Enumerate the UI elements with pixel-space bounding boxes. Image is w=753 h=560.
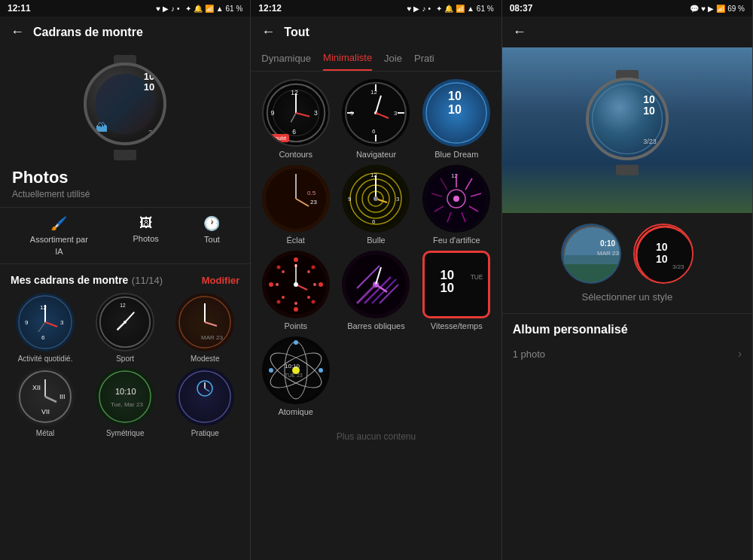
svg-point-26 xyxy=(179,371,230,422)
wf-feuartifice: 12 xyxy=(422,165,490,233)
status-bar-3: 08:37 💬 ♥ ▶ 📶 69 % xyxy=(502,0,752,17)
watch-item-modeste[interactable]: MAR 23 Modeste xyxy=(167,293,242,363)
faces-scroll[interactable]: 12 3 6 9 Ajouté Contours xyxy=(251,72,501,560)
music-icon: ♪ xyxy=(171,5,175,13)
wifi-icon-2: 📶 xyxy=(456,5,465,13)
svg-text:0:10: 0:10 xyxy=(600,239,615,248)
svg-text:9: 9 xyxy=(348,196,352,202)
svg-rect-129 xyxy=(564,263,621,284)
tab-prati[interactable]: Prati xyxy=(414,53,434,70)
style-option-1[interactable]: 0:10 MAR 23 xyxy=(561,224,621,284)
watch-item-pratique[interactable]: Pratique xyxy=(167,367,242,437)
wf-vitesse-card[interactable]: 10 10 TUE Vitesse/temps xyxy=(419,251,494,330)
album-row[interactable]: 1 photo › xyxy=(513,341,742,367)
svg-line-22 xyxy=(45,397,56,402)
battery-1: 61 % xyxy=(226,5,243,13)
svg-text:3/23: 3/23 xyxy=(672,263,684,270)
style-option-2[interactable]: 10 10 3/23 xyxy=(633,224,694,284)
qa-photos[interactable]: 🖼 Photos xyxy=(133,215,159,256)
sound-icon: 🔔 xyxy=(194,5,203,13)
svg-text:III: III xyxy=(59,393,66,400)
wf-navigateur-card[interactable]: 12 3 6 9 Navigateur xyxy=(339,79,413,159)
watch-item-activite[interactable]: 12 3 6 9 Activité quotidié. xyxy=(8,293,83,363)
svg-point-123 xyxy=(319,368,323,373)
bluetooth-icon: ✦ xyxy=(185,5,191,13)
thumb-symetrique: 10:10 Tue, Mar 23 xyxy=(96,367,154,426)
status-icons-1: ♥ ▶ ♪ • ✦ 🔔 📶 ▲ 61 % xyxy=(156,5,242,13)
wf-eclat-card[interactable]: 0.5 23 Éclat xyxy=(258,165,333,245)
watch-item-symetrique[interactable]: 10:10 Tue, Mar 23 Symétrique xyxy=(87,367,163,437)
svg-text:0.5: 0.5 xyxy=(307,190,316,196)
quick-actions: 🖌️ Assortiment par IA 🖼 Photos 🕐 Tout xyxy=(0,207,250,264)
modifier-button[interactable]: Modifier xyxy=(202,275,240,286)
label-pratique: Pratique xyxy=(191,429,219,437)
wf-navigateur: 12 3 6 9 xyxy=(342,79,410,147)
notif-icon-3: 💬 xyxy=(690,5,699,13)
tab-minimaliste[interactable]: Minimaliste xyxy=(323,52,372,71)
status-icons-3: 💬 ♥ ▶ 📶 69 % xyxy=(690,5,745,13)
status-bar-2: 12:12 ♥ ▶ ♪ • ✦ 🔔 📶 ▲ 61 % xyxy=(251,0,501,17)
svg-text:12: 12 xyxy=(370,89,377,96)
svg-text:10:10: 10:10 xyxy=(115,387,136,396)
svg-text:6: 6 xyxy=(372,218,376,225)
wf-atomique-card[interactable]: 10:10 TUE 23 Atomique xyxy=(258,336,333,416)
wf-name-atomique: Atomique xyxy=(278,407,312,416)
svg-point-88 xyxy=(311,300,315,304)
mes-cadrans-header: Mes cadrans de montre (11/14) Modifier xyxy=(0,264,250,293)
watch-item-metal[interactable]: XII III VII Métal xyxy=(8,367,83,437)
svg-text:12: 12 xyxy=(451,172,458,179)
tabs-row: Dynamique Minimaliste Joie Prati xyxy=(251,47,501,72)
tab-dynamique[interactable]: Dynamique xyxy=(261,53,311,70)
svg-line-29 xyxy=(205,388,209,391)
svg-line-38 xyxy=(291,113,296,122)
wf-name-contours: Contours xyxy=(279,150,312,159)
wf-bluedream-card[interactable]: 10 10 Blue Dream xyxy=(419,79,494,159)
svg-line-11 xyxy=(117,322,125,330)
back-button-2[interactable]: ← xyxy=(261,24,275,40)
album-title: Album personnalisé xyxy=(513,314,742,341)
svg-line-37 xyxy=(296,113,309,117)
wf-bulle-card[interactable]: 12 3 6 9 Bulle xyxy=(339,165,413,245)
status-time-2: 12:12 xyxy=(258,3,282,14)
svg-text:XII: XII xyxy=(32,384,41,391)
watch-item-sport[interactable]: 12 Sport xyxy=(87,293,163,363)
svg-text:6: 6 xyxy=(292,128,296,135)
wf-barres xyxy=(342,251,410,318)
photo-icon: 🏔 xyxy=(96,121,108,134)
wf-contours-card[interactable]: 12 3 6 9 Ajouté Contours xyxy=(258,79,333,159)
svg-text:3: 3 xyxy=(394,110,398,117)
faces-grid: 12 3 6 9 Ajouté Contours xyxy=(251,72,501,424)
svg-text:10: 10 xyxy=(441,281,455,295)
tab-joie[interactable]: Joie xyxy=(384,53,402,70)
qa-assortiment[interactable]: 🖌️ Assortiment par IA xyxy=(30,215,88,256)
wf-feuartifice-card[interactable]: 12 Feu d'artific xyxy=(419,165,494,245)
watch-grid-1: 12 3 6 9 Activité quotidié. 12 Sport xyxy=(0,293,250,437)
label-metal: Métal xyxy=(36,429,54,437)
music-icon-2: ♪ xyxy=(422,5,425,13)
svg-point-100 xyxy=(282,270,285,273)
svg-point-122 xyxy=(294,340,298,345)
back-button-1[interactable]: ← xyxy=(11,24,24,40)
svg-text:3: 3 xyxy=(60,319,64,326)
photos-icon: 🖼 xyxy=(139,215,153,231)
added-badge: Ajouté xyxy=(267,134,290,142)
wf-points-card[interactable]: Points xyxy=(258,251,333,330)
svg-text:12: 12 xyxy=(40,304,47,311)
svg-point-91 xyxy=(269,282,273,287)
label-modeste: Modeste xyxy=(191,355,219,363)
back-button-3[interactable]: ← xyxy=(513,24,526,40)
no-more-content: Plus aucun contenu xyxy=(251,424,501,449)
p3-time: 10 10 xyxy=(643,94,655,117)
label-symetrique: Symétrique xyxy=(106,429,145,437)
qa-label-1: Photos xyxy=(133,234,159,243)
svg-point-86 xyxy=(311,266,315,269)
panel-watch-faces: 12:11 ♥ ▶ ♪ • ✦ 🔔 📶 ▲ 61 % ← Cadrans de … xyxy=(0,0,251,560)
status-bar-1: 12:11 ♥ ▶ ♪ • ✦ 🔔 📶 ▲ 61 % xyxy=(0,0,250,17)
wf-name-barres: Barres obliques xyxy=(347,321,404,330)
qa-tout[interactable]: 🕐 Tout xyxy=(203,215,220,256)
wf-contours: 12 3 6 9 Ajouté xyxy=(262,79,330,147)
wf-name-navigateur: Navigateur xyxy=(356,150,396,159)
wf-name-bluedream: Blue Dream xyxy=(434,150,478,159)
wf-barres-card[interactable]: Barres obliques xyxy=(339,251,413,330)
wf-atomique: 10:10 TUE 23 xyxy=(262,336,330,404)
